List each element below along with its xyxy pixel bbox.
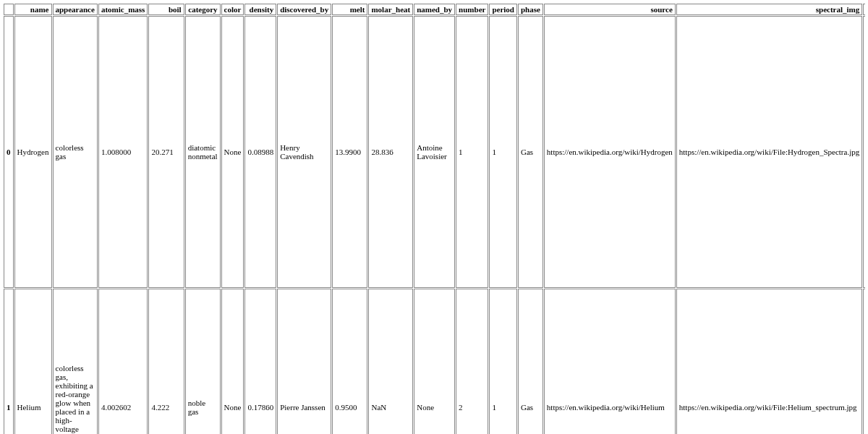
col-phase: phase xyxy=(518,4,543,15)
col-category: category xyxy=(185,4,221,15)
cell-named-by: Antoine Lavoisier xyxy=(414,16,455,288)
col-index xyxy=(4,4,14,15)
cell-melt: 13.9900 xyxy=(332,16,367,288)
cell-source: https://en.wikipedia.org/wiki/Hydrogen xyxy=(544,16,676,288)
cell-molar-heat: 28.836 xyxy=(368,16,413,288)
cell-melt: 0.9500 xyxy=(332,289,367,434)
cell-source: https://en.wikipedia.org/wiki/Helium xyxy=(544,289,676,434)
cell-atomic-mass: 4.002602 xyxy=(98,289,148,434)
table-row: 0 Hydrogen colorless gas 1.008000 20.271… xyxy=(4,16,865,288)
cell-category: diatomic nonmetal xyxy=(185,16,221,288)
cell-number: 2 xyxy=(456,289,488,434)
cell-phase: Gas xyxy=(518,289,543,434)
cell-atomic-mass: 1.008000 xyxy=(98,16,148,288)
cell-spectral-img: https://en.wikipedia.org/wiki/File:Hydro… xyxy=(676,16,862,288)
cell-density: 0.17860 xyxy=(244,289,276,434)
col-melt: melt xyxy=(332,4,367,15)
cell-name: Hydrogen xyxy=(14,16,52,288)
cell-name: Helium xyxy=(14,289,52,434)
header-row: name appearance atomic_mass boil categor… xyxy=(4,4,865,15)
cell-density: 0.08988 xyxy=(244,16,276,288)
col-name: name xyxy=(14,4,52,15)
cell-color: None xyxy=(221,289,244,434)
cell-boil: 4.222 xyxy=(148,289,184,434)
cell-summary: Helium is a chemical element with symbol… xyxy=(863,289,865,434)
col-molar-heat: molar_heat xyxy=(368,4,413,15)
col-number: number xyxy=(456,4,488,15)
cell-discovered-by: Henry Cavendish xyxy=(277,16,331,288)
col-boil: boil xyxy=(148,4,184,15)
col-density: density xyxy=(244,4,276,15)
cell-period: 1 xyxy=(489,16,517,288)
cell-boil: 20.271 xyxy=(148,16,184,288)
cell-index: 1 xyxy=(4,289,14,434)
cell-number: 1 xyxy=(456,16,488,288)
col-named-by: named_by xyxy=(414,4,455,15)
cell-category: noble gas xyxy=(185,289,221,434)
cell-molar-heat: NaN xyxy=(368,289,413,434)
cell-color: None xyxy=(221,16,244,288)
cell-summary: Hydrogen is a chemical element with chem… xyxy=(863,16,865,288)
col-appearance: appearance xyxy=(53,4,98,15)
cell-appearance: colorless gas, exhibiting a red-orange g… xyxy=(53,289,98,434)
col-period: period xyxy=(489,4,517,15)
col-summary: summary xyxy=(863,4,865,15)
cell-discovered-by: Pierre Janssen xyxy=(277,289,331,434)
col-color: color xyxy=(221,4,244,15)
col-atomic-mass: atomic_mass xyxy=(98,4,148,15)
cell-named-by: None xyxy=(414,289,455,434)
table-row: 1 Helium colorless gas, exhibiting a red… xyxy=(4,289,865,434)
cell-appearance: colorless gas xyxy=(53,16,98,288)
col-discovered-by: discovered_by xyxy=(277,4,331,15)
col-spectral-img: spectral_img xyxy=(676,4,862,15)
cell-phase: Gas xyxy=(518,16,543,288)
cell-spectral-img: https://en.wikipedia.org/wiki/File:Heliu… xyxy=(676,289,862,434)
cell-index: 0 xyxy=(4,16,14,288)
col-source: source xyxy=(544,4,676,15)
elements-table: name appearance atomic_mass boil categor… xyxy=(3,3,865,434)
cell-period: 1 xyxy=(489,289,517,434)
